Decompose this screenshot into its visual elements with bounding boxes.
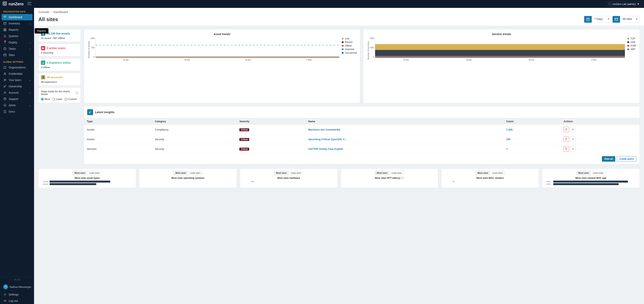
svg-point-11 <box>4 35 6 37</box>
settings-button[interactable] <box>570 146 576 151</box>
cell-severity: Critical <box>236 144 305 154</box>
stat-explorers[interactable]: △1 Explorers online 3 offline <box>38 58 81 71</box>
toggle-most[interactable]: Most seen <box>476 171 490 175</box>
insight-name-link[interactable]: Upcoming Critical OpenSSL V… <box>308 138 347 141</box>
insight-count-link[interactable]: 7,426 <box>506 128 513 131</box>
chart-plot[interactable] <box>96 37 340 58</box>
settings-button[interactable] <box>570 127 576 132</box>
sidebar-item-logout[interactable]: Log out <box>0 298 34 304</box>
sidebar-label: Organizations <box>9 66 26 69</box>
sidebar-user[interactable]: Nathan Messenger <box>0 282 34 291</box>
sidebar-label: Alerts <box>9 104 16 107</box>
chart-title: Service trends <box>367 33 636 36</box>
delete-button[interactable] <box>564 146 569 151</box>
info-icon[interactable]: i <box>401 177 404 179</box>
breadcrumb-root[interactable]: Console <box>38 10 49 14</box>
svg-point-17 <box>4 73 5 74</box>
legend-item[interactable]: TCP <box>627 37 636 40</box>
legend-item[interactable]: Scanned <box>342 48 357 51</box>
radio-most[interactable]: Most <box>41 98 50 101</box>
sidebar-item-queries[interactable]: Queries <box>0 33 34 39</box>
site-dropdown[interactable]: All sites <box>620 16 640 23</box>
sidebar-item-yourteam[interactable]: Your team ⌄ <box>0 77 34 83</box>
legend-label: Unscanned <box>345 51 357 54</box>
radio-least[interactable]: Least <box>52 98 62 101</box>
insight-name-link[interactable]: Machines w/o Crowdstrike <box>308 128 340 131</box>
legend-item[interactable]: ICMP <box>627 44 636 47</box>
toggle-most[interactable]: Most seen <box>375 171 390 175</box>
docs-icon <box>3 110 7 113</box>
sidebar-label: Support <box>9 97 18 101</box>
stat-sub: 3 offline <box>41 66 78 69</box>
stat-active-scans[interactable]: ▶0 active scans 2 recurring <box>38 44 81 56</box>
create-query-button[interactable]: Create query <box>617 156 636 162</box>
legend-item[interactable]: Recent <box>342 41 357 44</box>
toggle-least[interactable]: Least seen <box>389 171 404 175</box>
sidebar-item-account[interactable]: Account ⌄ <box>0 89 34 96</box>
mini-chart[interactable]: 2021…2020… <box>544 181 638 185</box>
legend-item[interactable]: UDP <box>627 41 636 44</box>
stat-accounts[interactable]: 👤39 accounts 38 superusers <box>38 73 81 86</box>
toggle-least[interactable]: Least seen <box>490 171 505 175</box>
menu-toggle-icon[interactable] <box>28 2 32 6</box>
y-ticks: 100k50k0 <box>90 37 96 58</box>
range-dropdown[interactable]: 7 Days <box>592 16 611 23</box>
legend-item[interactable]: ARP <box>627 48 636 51</box>
y-ticks: 200k100k0 <box>370 37 375 58</box>
sidebar-item-support[interactable]: Support <box>0 96 34 102</box>
sidebar-item-alerts[interactable]: Alerts ⌄ <box>0 102 34 108</box>
toggle-pill: Most seenLeast seen <box>274 171 304 175</box>
info-icon[interactable]: i <box>76 91 78 94</box>
site-filter-selector[interactable]: All sites <box>612 16 640 23</box>
sidebar-item-dashboard[interactable]: Dashboard <box>2 14 32 20</box>
settings-button[interactable] <box>570 136 576 142</box>
sidebar-item-organizations[interactable]: Organizations <box>0 64 34 71</box>
mini-chart[interactable]: ServerDevice <box>40 181 134 185</box>
delete-button[interactable] <box>564 136 569 142</box>
mini-chart[interactable]: 400 <box>242 181 336 183</box>
legend-dot <box>627 41 629 43</box>
sidebar-item-sites[interactable]: Sites <box>0 52 34 58</box>
user-name: Nathan Messenger <box>10 285 31 288</box>
chart-plot[interactable] <box>375 37 625 58</box>
sidebar-item-deploy[interactable]: Deploy ⌄ <box>0 39 34 46</box>
toggle-most[interactable]: Most seen <box>73 171 87 175</box>
org-selector[interactable]: runZero Lab (admin) ▼ <box>606 2 642 7</box>
sidebar-item-inventory[interactable]: Inventory ⌄ <box>0 20 34 27</box>
toggle-pill: Most seenLeast seen <box>72 171 102 175</box>
date-range-selector[interactable]: 7 Days <box>584 16 611 23</box>
cell-count: 7,426 <box>504 125 561 134</box>
delete-button[interactable] <box>564 127 569 132</box>
sidebar-item-settings[interactable]: Settings <box>0 291 34 298</box>
view-all-button[interactable]: View all <box>602 156 615 162</box>
sidebar-item-reports[interactable]: Reports <box>0 27 34 33</box>
sidebar-item-docs[interactable]: Docs <box>0 108 34 115</box>
radio-custom[interactable]: Custom <box>64 98 77 101</box>
sidebar-item-tasks[interactable]: Tasks ⌄ <box>0 46 34 52</box>
svg-rect-25 <box>586 18 589 21</box>
legend-item[interactable]: Unscanned <box>342 51 357 54</box>
logo[interactable]: runZero <box>2 1 24 7</box>
toggle-least[interactable]: Least seen <box>591 171 606 175</box>
insight-count-link[interactable]: 105 <box>506 138 510 141</box>
sidebar-item-ownership[interactable]: Ownership <box>0 83 34 89</box>
legend-item[interactable]: Offline <box>342 44 357 47</box>
cell-type: Services <box>84 144 152 154</box>
toggle-least[interactable]: Least seen <box>188 171 202 175</box>
mini-chart[interactable]: 2k <box>444 181 537 183</box>
insight-name-link[interactable]: VSFTPD Smiley Face Exploit <box>308 147 343 150</box>
brand-text: runZero <box>9 2 24 6</box>
legend-item[interactable]: Live <box>342 37 357 40</box>
stat-value: 60,136 live assets <box>47 32 70 35</box>
insight-count-link[interactable]: 1 <box>506 147 508 150</box>
main-content: Console › Dashboard All sites 7 Days All… <box>34 8 644 304</box>
sidebar-item-credentials[interactable]: Credentials <box>0 71 34 77</box>
toggle-most[interactable]: Most seen <box>174 171 188 175</box>
toggle-least[interactable]: Least seen <box>87 171 102 175</box>
svg-rect-8 <box>5 29 6 30</box>
toggle-least[interactable]: Least seen <box>289 171 303 175</box>
chevron-down-icon: ⌄ <box>29 91 31 94</box>
table-header: Category <box>152 118 237 125</box>
toggle-most[interactable]: Most seen <box>576 171 591 175</box>
toggle-most[interactable]: Most seen <box>274 171 289 175</box>
